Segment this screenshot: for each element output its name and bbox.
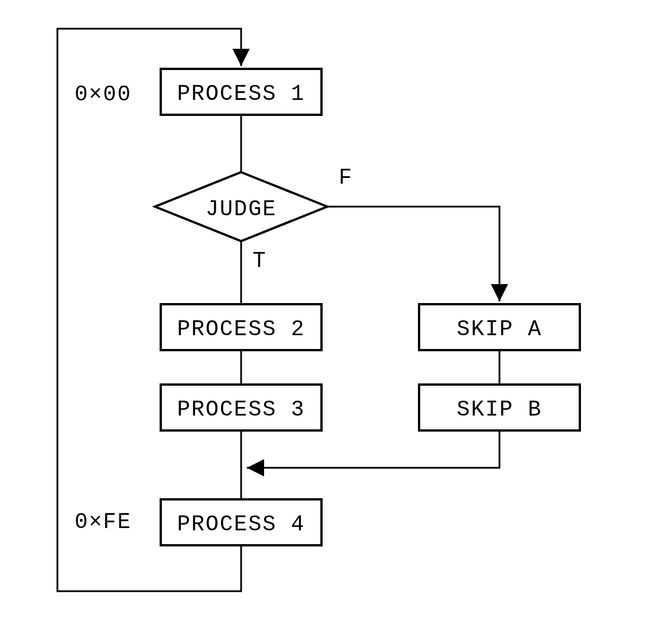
process4-label: PROCESS 4 [177,512,305,537]
judge-false-label: F [339,165,353,190]
skipb-label: SKIP B [457,397,543,422]
judge-true-label: T [253,249,267,273]
process2-label: PROCESS 2 [177,317,305,342]
arrow-skipb-merge [247,430,499,468]
judge-label: JUDGE [206,197,277,222]
process3-label: PROCESS 3 [177,397,305,422]
flowchart: PROCESS 1 0×00 JUDGE F T PROCESS 2 SKIP … [0,0,647,644]
process1-label: PROCESS 1 [177,82,305,106]
process4-address: 0×FE [75,510,131,534]
skipa-label: SKIP A [457,317,543,342]
process1-address: 0×00 [75,82,131,107]
arrow-judge-skipa [327,207,499,301]
